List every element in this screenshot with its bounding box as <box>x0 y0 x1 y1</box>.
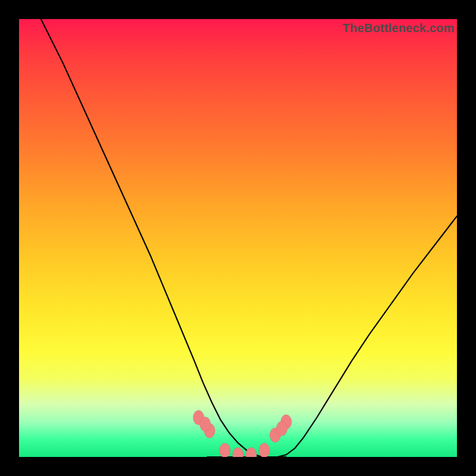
valley-marker <box>259 443 270 457</box>
chart-frame: TheBottleneck.com <box>0 0 476 476</box>
valley-marker <box>246 447 256 457</box>
valley-marker <box>233 447 243 457</box>
bottleneck-curve-right <box>277 216 457 457</box>
valley-marker <box>277 421 287 436</box>
valley-marker <box>200 417 211 431</box>
bottleneck-curve-left <box>41 19 262 457</box>
valley-markers-group <box>193 411 292 457</box>
plot-area <box>19 19 457 457</box>
valley-marker <box>220 443 230 457</box>
bottleneck-curve-svg <box>19 19 457 457</box>
